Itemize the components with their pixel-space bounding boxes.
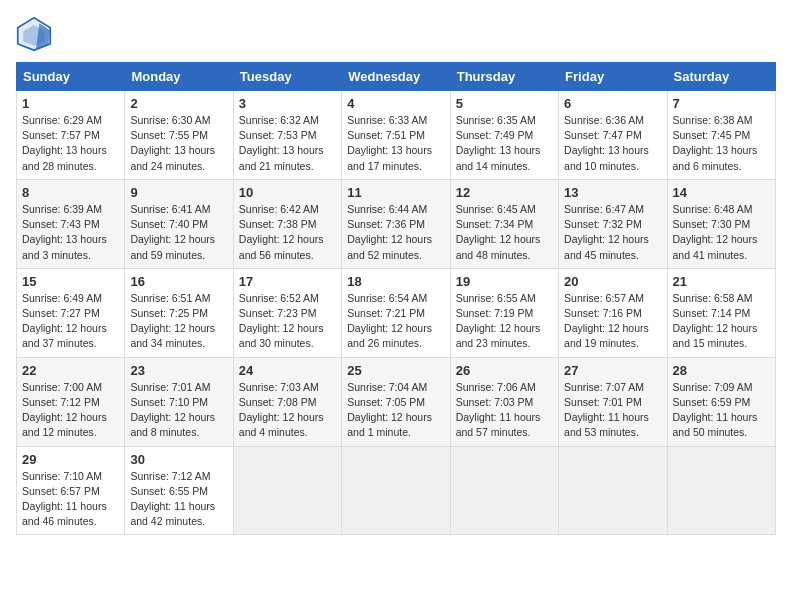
daylight-label: Daylight: 13 hours and 28 minutes. xyxy=(22,144,107,171)
week-row-2: 8 Sunrise: 6:39 AM Sunset: 7:43 PM Dayli… xyxy=(17,179,776,268)
sunset-label: Sunset: 7:16 PM xyxy=(564,307,642,319)
sunset-label: Sunset: 7:19 PM xyxy=(456,307,534,319)
sunrise-label: Sunrise: 6:33 AM xyxy=(347,114,427,126)
day-cell: 30 Sunrise: 7:12 AM Sunset: 6:55 PM Dayl… xyxy=(125,446,233,535)
day-info: Sunrise: 6:44 AM Sunset: 7:36 PM Dayligh… xyxy=(347,202,444,263)
sunset-label: Sunset: 6:57 PM xyxy=(22,485,100,497)
daylight-label: Daylight: 13 hours and 17 minutes. xyxy=(347,144,432,171)
sunrise-label: Sunrise: 7:10 AM xyxy=(22,470,102,482)
sunset-label: Sunset: 7:51 PM xyxy=(347,129,425,141)
sunrise-label: Sunrise: 6:36 AM xyxy=(564,114,644,126)
week-row-5: 29 Sunrise: 7:10 AM Sunset: 6:57 PM Dayl… xyxy=(17,446,776,535)
sunrise-label: Sunrise: 6:29 AM xyxy=(22,114,102,126)
day-number: 17 xyxy=(239,274,336,289)
daylight-label: Daylight: 12 hours and 8 minutes. xyxy=(130,411,215,438)
day-cell: 7 Sunrise: 6:38 AM Sunset: 7:45 PM Dayli… xyxy=(667,91,775,180)
daylight-label: Daylight: 12 hours and 23 minutes. xyxy=(456,322,541,349)
day-cell: 25 Sunrise: 7:04 AM Sunset: 7:05 PM Dayl… xyxy=(342,357,450,446)
daylight-label: Daylight: 13 hours and 6 minutes. xyxy=(673,144,758,171)
sunrise-label: Sunrise: 6:35 AM xyxy=(456,114,536,126)
header-day-sunday: Sunday xyxy=(17,63,125,91)
day-cell xyxy=(450,446,558,535)
sunrise-label: Sunrise: 6:51 AM xyxy=(130,292,210,304)
sunset-label: Sunset: 7:43 PM xyxy=(22,218,100,230)
day-number: 28 xyxy=(673,363,770,378)
header-day-saturday: Saturday xyxy=(667,63,775,91)
day-cell: 11 Sunrise: 6:44 AM Sunset: 7:36 PM Dayl… xyxy=(342,179,450,268)
day-info: Sunrise: 6:55 AM Sunset: 7:19 PM Dayligh… xyxy=(456,291,553,352)
daylight-label: Daylight: 12 hours and 26 minutes. xyxy=(347,322,432,349)
day-cell: 4 Sunrise: 6:33 AM Sunset: 7:51 PM Dayli… xyxy=(342,91,450,180)
day-cell: 14 Sunrise: 6:48 AM Sunset: 7:30 PM Dayl… xyxy=(667,179,775,268)
day-info: Sunrise: 7:07 AM Sunset: 7:01 PM Dayligh… xyxy=(564,380,661,441)
sunset-label: Sunset: 7:30 PM xyxy=(673,218,751,230)
sunrise-label: Sunrise: 7:01 AM xyxy=(130,381,210,393)
day-cell: 12 Sunrise: 6:45 AM Sunset: 7:34 PM Dayl… xyxy=(450,179,558,268)
calendar-header: SundayMondayTuesdayWednesdayThursdayFrid… xyxy=(17,63,776,91)
daylight-label: Daylight: 12 hours and 56 minutes. xyxy=(239,233,324,260)
day-number: 16 xyxy=(130,274,227,289)
sunset-label: Sunset: 7:34 PM xyxy=(456,218,534,230)
sunset-label: Sunset: 6:59 PM xyxy=(673,396,751,408)
day-info: Sunrise: 7:06 AM Sunset: 7:03 PM Dayligh… xyxy=(456,380,553,441)
day-cell: 8 Sunrise: 6:39 AM Sunset: 7:43 PM Dayli… xyxy=(17,179,125,268)
sunrise-label: Sunrise: 6:44 AM xyxy=(347,203,427,215)
day-number: 6 xyxy=(564,96,661,111)
sunset-label: Sunset: 7:38 PM xyxy=(239,218,317,230)
day-cell: 28 Sunrise: 7:09 AM Sunset: 6:59 PM Dayl… xyxy=(667,357,775,446)
day-number: 27 xyxy=(564,363,661,378)
daylight-label: Daylight: 12 hours and 1 minute. xyxy=(347,411,432,438)
day-info: Sunrise: 6:48 AM Sunset: 7:30 PM Dayligh… xyxy=(673,202,770,263)
sunset-label: Sunset: 7:45 PM xyxy=(673,129,751,141)
week-row-3: 15 Sunrise: 6:49 AM Sunset: 7:27 PM Dayl… xyxy=(17,268,776,357)
sunrise-label: Sunrise: 6:45 AM xyxy=(456,203,536,215)
day-info: Sunrise: 6:49 AM Sunset: 7:27 PM Dayligh… xyxy=(22,291,119,352)
sunset-label: Sunset: 7:08 PM xyxy=(239,396,317,408)
sunset-label: Sunset: 7:01 PM xyxy=(564,396,642,408)
sunset-label: Sunset: 7:36 PM xyxy=(347,218,425,230)
daylight-label: Daylight: 12 hours and 45 minutes. xyxy=(564,233,649,260)
day-cell: 29 Sunrise: 7:10 AM Sunset: 6:57 PM Dayl… xyxy=(17,446,125,535)
week-row-1: 1 Sunrise: 6:29 AM Sunset: 7:57 PM Dayli… xyxy=(17,91,776,180)
sunrise-label: Sunrise: 6:30 AM xyxy=(130,114,210,126)
day-number: 14 xyxy=(673,185,770,200)
daylight-label: Daylight: 13 hours and 24 minutes. xyxy=(130,144,215,171)
day-cell: 16 Sunrise: 6:51 AM Sunset: 7:25 PM Dayl… xyxy=(125,268,233,357)
day-number: 5 xyxy=(456,96,553,111)
header-day-wednesday: Wednesday xyxy=(342,63,450,91)
day-info: Sunrise: 7:03 AM Sunset: 7:08 PM Dayligh… xyxy=(239,380,336,441)
day-cell: 15 Sunrise: 6:49 AM Sunset: 7:27 PM Dayl… xyxy=(17,268,125,357)
day-cell: 6 Sunrise: 6:36 AM Sunset: 7:47 PM Dayli… xyxy=(559,91,667,180)
sunset-label: Sunset: 7:27 PM xyxy=(22,307,100,319)
sunset-label: Sunset: 7:40 PM xyxy=(130,218,208,230)
sunset-label: Sunset: 7:25 PM xyxy=(130,307,208,319)
sunset-label: Sunset: 7:12 PM xyxy=(22,396,100,408)
day-info: Sunrise: 6:39 AM Sunset: 7:43 PM Dayligh… xyxy=(22,202,119,263)
daylight-label: Daylight: 12 hours and 48 minutes. xyxy=(456,233,541,260)
day-number: 11 xyxy=(347,185,444,200)
sunrise-label: Sunrise: 6:38 AM xyxy=(673,114,753,126)
daylight-label: Daylight: 12 hours and 30 minutes. xyxy=(239,322,324,349)
sunrise-label: Sunrise: 6:41 AM xyxy=(130,203,210,215)
sunrise-label: Sunrise: 7:06 AM xyxy=(456,381,536,393)
daylight-label: Daylight: 11 hours and 42 minutes. xyxy=(130,500,215,527)
sunset-label: Sunset: 7:47 PM xyxy=(564,129,642,141)
logo-icon xyxy=(16,16,52,52)
day-cell: 23 Sunrise: 7:01 AM Sunset: 7:10 PM Dayl… xyxy=(125,357,233,446)
day-number: 19 xyxy=(456,274,553,289)
day-number: 12 xyxy=(456,185,553,200)
day-info: Sunrise: 6:58 AM Sunset: 7:14 PM Dayligh… xyxy=(673,291,770,352)
sunset-label: Sunset: 7:03 PM xyxy=(456,396,534,408)
day-number: 8 xyxy=(22,185,119,200)
daylight-label: Daylight: 11 hours and 53 minutes. xyxy=(564,411,649,438)
day-info: Sunrise: 7:09 AM Sunset: 6:59 PM Dayligh… xyxy=(673,380,770,441)
sunrise-label: Sunrise: 7:04 AM xyxy=(347,381,427,393)
sunset-label: Sunset: 7:32 PM xyxy=(564,218,642,230)
day-number: 18 xyxy=(347,274,444,289)
day-info: Sunrise: 6:36 AM Sunset: 7:47 PM Dayligh… xyxy=(564,113,661,174)
sunrise-label: Sunrise: 6:52 AM xyxy=(239,292,319,304)
sunrise-label: Sunrise: 7:09 AM xyxy=(673,381,753,393)
day-info: Sunrise: 7:10 AM Sunset: 6:57 PM Dayligh… xyxy=(22,469,119,530)
daylight-label: Daylight: 13 hours and 14 minutes. xyxy=(456,144,541,171)
day-cell xyxy=(559,446,667,535)
